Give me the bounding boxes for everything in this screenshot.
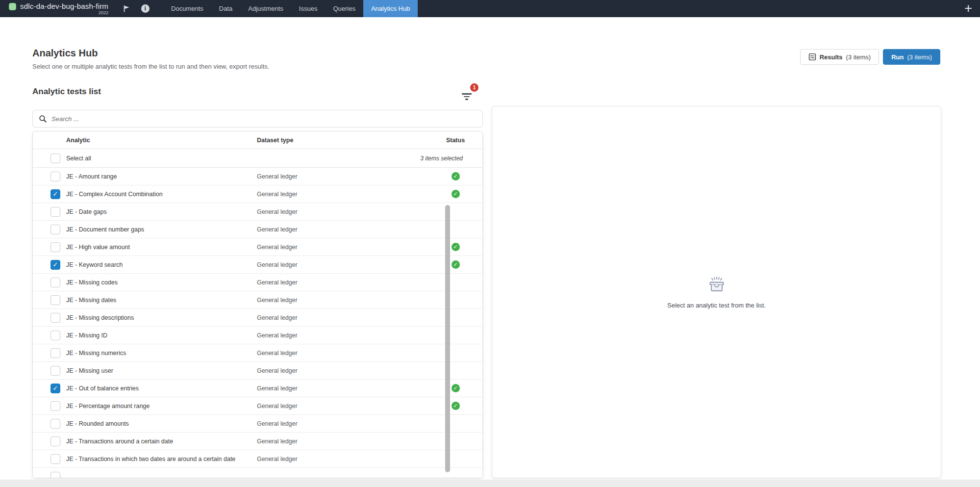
row-checkbox[interactable]: ✓ [50, 384, 60, 393]
row-checkbox[interactable] [50, 313, 60, 323]
test-row[interactable]: JE - Missing numericsGeneral ledger [33, 344, 482, 362]
row-checkbox[interactable] [50, 172, 60, 181]
results-button-label: Results [820, 53, 843, 61]
top-bar: sdlc-da-dev-bug-bash-firm 2022 i Documen… [0, 0, 980, 17]
nav-item-queries[interactable]: Queries [325, 0, 363, 17]
dataset-type: General ledger [257, 208, 428, 215]
dataset-type: General ledger [257, 244, 428, 251]
row-checkbox[interactable] [50, 419, 60, 429]
nav-item-issues[interactable]: Issues [291, 0, 326, 17]
row-checkbox[interactable] [50, 331, 60, 340]
test-row[interactable]: JE - Date gapsGeneral ledger [33, 203, 482, 221]
test-row[interactable]: ✓JE - Keyword searchGeneral ledger✓ [33, 256, 482, 274]
test-row[interactable]: JE - Missing datesGeneral ledger [33, 291, 482, 309]
nav-item-adjustments[interactable]: Adjustments [240, 0, 291, 17]
analytic-name: JE - Transactions around a certain date [66, 438, 257, 445]
test-row[interactable] [33, 468, 482, 478]
selected-items-summary: 3 items selected [257, 155, 482, 162]
row-checkbox[interactable] [50, 242, 60, 252]
nav-item-documents[interactable]: Documents [163, 0, 211, 17]
results-button[interactable]: Results (3 items) [800, 49, 879, 65]
search-input[interactable] [51, 115, 477, 123]
analytic-name: JE - Complex Account Combination [66, 191, 257, 198]
nav-item-data[interactable]: Data [211, 0, 240, 17]
dataset-type: General ledger [257, 367, 428, 374]
row-checkbox[interactable] [50, 472, 60, 479]
analytic-name: JE - Amount range [66, 173, 257, 180]
dataset-type: General ledger [257, 332, 428, 339]
list-section-title: Analytic tests list [32, 87, 101, 97]
status-success-icon: ✓ [452, 384, 460, 392]
test-row[interactable]: JE - High value amountGeneral ledger✓ [33, 238, 482, 256]
row-checkbox[interactable]: ✓ [50, 189, 60, 199]
test-row[interactable]: JE - Missing descriptionsGeneral ledger [33, 309, 482, 327]
dataset-type: General ledger [257, 261, 428, 268]
firm-name: sdlc-da-dev-bug-bash-firm [20, 2, 108, 10]
run-button-count: (3 items) [907, 53, 932, 61]
status-success-icon: ✓ [452, 190, 460, 198]
vertical-scrollbar-thumb[interactable] [445, 205, 450, 472]
analytic-name: JE - Missing numerics [66, 350, 257, 357]
results-icon [808, 53, 816, 61]
test-row[interactable]: JE - Missing userGeneral ledger [33, 362, 482, 380]
test-row[interactable]: ✓JE - Out of balance entriesGeneral ledg… [33, 380, 482, 397]
row-checkbox[interactable] [50, 454, 60, 464]
dataset-type: General ledger [257, 314, 428, 321]
row-checkbox[interactable] [50, 295, 60, 305]
info-icon[interactable]: i [141, 4, 150, 13]
test-row[interactable]: JE - Transactions around a certain dateG… [33, 433, 482, 450]
dataset-type: General ledger [257, 403, 428, 410]
plus-icon[interactable]: + [956, 0, 980, 17]
row-checkbox[interactable]: ✓ [50, 260, 60, 270]
select-all-checkbox[interactable] [50, 154, 60, 163]
rows-scroll-area[interactable]: JE - Amount rangeGeneral ledger✓✓JE - Co… [33, 168, 482, 478]
test-row[interactable]: JE - Rounded amountsGeneral ledger [33, 415, 482, 433]
analytic-name: JE - Missing ID [66, 332, 257, 339]
test-row[interactable]: ✓JE - Complex Account CombinationGeneral… [33, 185, 482, 203]
nav-item-analytics-hub[interactable]: Analytics Hub [363, 0, 418, 17]
test-row[interactable]: JE - Amount rangeGeneral ledger✓ [33, 168, 482, 185]
dataset-type: General ledger [257, 438, 428, 445]
status-cell: ✓ [428, 243, 482, 251]
filter-count-badge: 1 [470, 83, 478, 92]
analytic-name: JE - Missing user [66, 367, 257, 374]
row-checkbox[interactable] [50, 348, 60, 358]
dataset-type: General ledger [257, 226, 428, 233]
dataset-type: General ledger [257, 385, 428, 392]
flag-icon[interactable] [122, 4, 131, 13]
row-checkbox[interactable] [50, 401, 60, 411]
dataset-type: General ledger [257, 173, 428, 180]
table-header-row: Analytic Dataset type Status [33, 131, 482, 149]
page-bottom-edge [0, 480, 980, 487]
empty-box-icon [706, 275, 727, 295]
dataset-type: General ledger [257, 297, 428, 304]
row-checkbox[interactable] [50, 436, 60, 446]
run-button-label: Run [891, 53, 904, 61]
results-button-count: (3 items) [846, 53, 871, 61]
analytic-name: JE - Keyword search [66, 261, 257, 268]
dataset-type: General ledger [257, 279, 428, 286]
test-row[interactable]: JE - Transactions in which two dates are… [33, 450, 482, 468]
status-success-icon: ✓ [452, 243, 460, 251]
firm-brand[interactable]: sdlc-da-dev-bug-bash-firm 2022 [0, 0, 108, 17]
row-checkbox[interactable] [50, 278, 60, 287]
analytic-name: JE - Date gaps [66, 208, 257, 215]
status-success-icon: ✓ [452, 172, 460, 180]
analytic-name: JE - Missing dates [66, 297, 257, 304]
row-checkbox[interactable] [50, 366, 60, 376]
search-box[interactable] [32, 110, 483, 128]
analytic-name: JE - Rounded amounts [66, 420, 257, 427]
filter-button[interactable]: 1 [460, 88, 477, 103]
test-row[interactable]: JE - Percentage amount rangeGeneral ledg… [33, 397, 482, 415]
test-row[interactable]: JE - Missing codesGeneral ledger [33, 274, 482, 291]
select-all-row: Select all 3 items selected [33, 149, 482, 168]
test-row[interactable]: JE - Missing IDGeneral ledger [33, 327, 482, 344]
page-title: Analytics Hub [32, 48, 98, 59]
test-row[interactable]: JE - Document number gapsGeneral ledger [33, 221, 482, 238]
row-checkbox[interactable] [50, 207, 60, 217]
column-header-status: Status [428, 137, 482, 144]
row-checkbox[interactable] [50, 225, 60, 234]
page-subtitle: Select one or multiple analytic tests fr… [32, 63, 269, 70]
run-button[interactable]: Run (3 items) [883, 49, 940, 65]
analytic-name: JE - Missing codes [66, 279, 257, 286]
